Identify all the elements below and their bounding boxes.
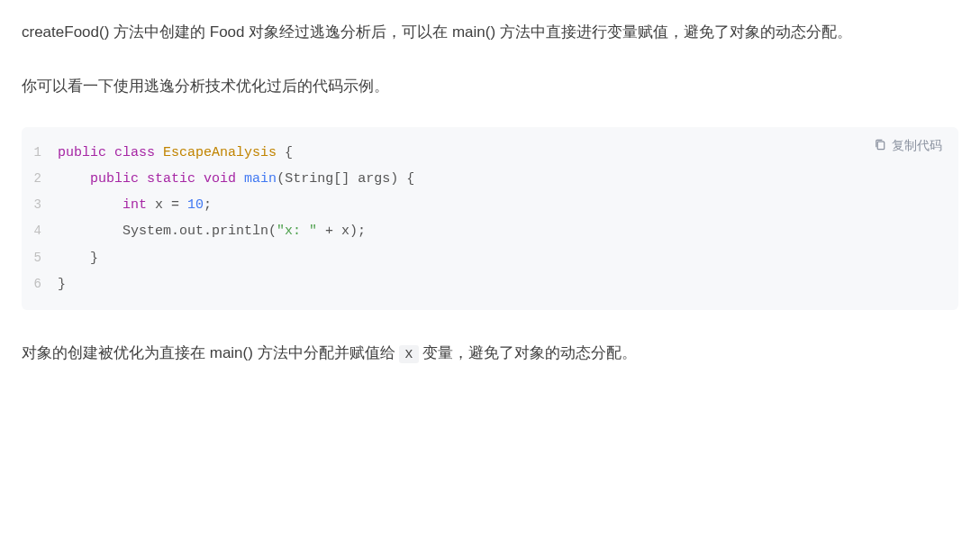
code-line: 2 public static void main(String[] args)… xyxy=(22,166,958,192)
copy-code-label: 复制代码 xyxy=(892,138,942,154)
code-lines: 1public class EscapeAnalysis {2 public s… xyxy=(22,140,958,298)
code-line: 4 System.out.println("x: " + x); xyxy=(22,218,958,244)
code-token: void xyxy=(204,171,236,187)
inline-code-x: x xyxy=(399,345,418,363)
line-number: 2 xyxy=(22,167,58,191)
code-token xyxy=(58,197,122,213)
code-token: } xyxy=(58,277,66,292)
code-line: 5 } xyxy=(22,245,958,271)
code-token: x = xyxy=(147,197,187,213)
code-token: 10 xyxy=(187,197,204,213)
code-token: static xyxy=(147,171,195,187)
line-number: 1 xyxy=(22,141,58,165)
code-line: 1public class EscapeAnalysis { xyxy=(22,140,958,166)
code-token: } xyxy=(58,251,98,266)
code-token: main xyxy=(244,171,277,187)
code-block: 复制代码 1public class EscapeAnalysis {2 pub… xyxy=(22,127,958,311)
copy-icon xyxy=(874,138,887,154)
code-token: public xyxy=(58,145,106,160)
code-token: + x); xyxy=(317,224,366,239)
code-token: public xyxy=(90,171,139,187)
line-number: 5 xyxy=(22,246,58,270)
code-token: "x: " xyxy=(277,224,317,239)
code-token xyxy=(58,171,90,187)
svg-rect-0 xyxy=(877,142,885,149)
code-line: 6} xyxy=(22,271,958,297)
code-token: { xyxy=(277,145,293,160)
code-content: public class EscapeAnalysis { xyxy=(58,140,293,166)
code-content: } xyxy=(58,271,66,297)
code-token xyxy=(106,145,114,160)
code-content: System.out.println("x: " + x); xyxy=(58,218,366,244)
code-token xyxy=(236,171,244,187)
line-number: 6 xyxy=(22,272,58,297)
code-line: 3 int x = 10; xyxy=(22,192,958,218)
code-token xyxy=(195,171,204,187)
copy-code-button[interactable]: 复制代码 xyxy=(874,138,942,154)
code-token: int xyxy=(122,197,147,213)
code-token: ; xyxy=(204,197,212,213)
code-token: System.out.println( xyxy=(58,224,277,239)
code-token: class xyxy=(114,145,155,160)
code-token: (String[] args) { xyxy=(277,171,414,187)
line-number: 4 xyxy=(22,219,58,243)
paragraph-2: 你可以看一下使用逃逸分析技术优化过后的代码示例。 xyxy=(22,72,958,101)
paragraph-1: createFood() 方法中创建的 Food 对象经过逃逸分析后，可以在 m… xyxy=(22,18,958,47)
paragraph-3: 对象的创建被优化为直接在 main() 方法中分配并赋值给 x 变量，避免了对象… xyxy=(22,339,958,369)
code-token xyxy=(155,145,163,160)
line-number: 3 xyxy=(22,193,58,217)
code-content: public static void main(String[] args) { xyxy=(58,166,414,192)
paragraph-3-before: 对象的创建被优化为直接在 main() 方法中分配并赋值给 xyxy=(22,344,399,361)
code-content: int x = 10; xyxy=(58,192,212,218)
code-token: EscapeAnalysis xyxy=(163,145,277,160)
code-token xyxy=(139,171,147,187)
code-content: } xyxy=(58,245,98,271)
paragraph-3-after: 变量，避免了对象的动态分配。 xyxy=(419,344,638,361)
